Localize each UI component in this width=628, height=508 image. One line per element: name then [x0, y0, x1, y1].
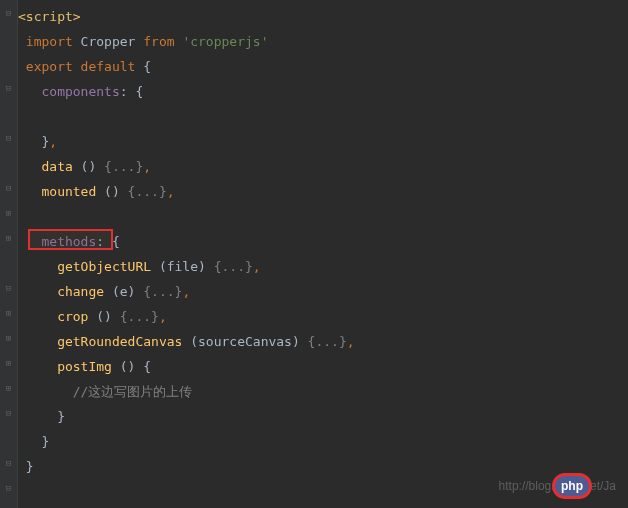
paren: )	[128, 284, 144, 299]
code-line[interactable]: <script>	[18, 4, 628, 29]
fold-icon[interactable]: ⊟	[0, 400, 17, 425]
fold-icon[interactable]: ⊟	[0, 450, 17, 475]
fold-icon[interactable]	[0, 25, 17, 50]
code-line[interactable]: postImg () {	[18, 354, 628, 379]
keyword: export default	[18, 59, 135, 75]
punct: ,	[347, 334, 355, 349]
brace: : {	[120, 84, 143, 99]
code-line[interactable]: change (e) {...},	[18, 279, 628, 304]
punct: ,	[182, 284, 190, 299]
code-line[interactable]	[18, 104, 628, 129]
fold-icon[interactable]	[0, 250, 17, 275]
fold-marker[interactable]: {...}	[104, 159, 143, 175]
fold-marker[interactable]: {...}	[120, 309, 159, 325]
tag: <script>	[18, 9, 81, 24]
code-line[interactable]: </script>	[18, 504, 628, 508]
fold-icon[interactable]: ⊟	[0, 475, 17, 500]
paren: (	[104, 284, 120, 299]
string: 'cropperjs'	[182, 34, 268, 50]
fold-marker[interactable]: {...}	[128, 184, 167, 200]
brace: () {	[112, 359, 151, 374]
fold-icon[interactable]: ⊟	[0, 175, 17, 200]
code-editor: ⊟ ⊟ ⊟ ⊟ ⊞ ⊞ ⊟ ⊞ ⊞ ⊞ ⊞ ⊟ ⊟ ⊟ ⊟ <script> i…	[0, 0, 628, 508]
code-line[interactable]: data () {...},	[18, 154, 628, 179]
code-line[interactable]: }	[18, 429, 628, 454]
fold-icon[interactable]: ⊞	[0, 350, 17, 375]
fold-icon[interactable]	[0, 150, 17, 175]
identifier: Cropper	[73, 34, 143, 49]
fold-icon[interactable]: ⊞	[0, 225, 17, 250]
fold-marker[interactable]: {...}	[214, 259, 253, 275]
punct: ,	[143, 159, 151, 174]
paren: )	[292, 334, 308, 349]
fold-icon[interactable]: ⊞	[0, 375, 17, 400]
punct: ,	[49, 134, 57, 149]
fold-icon[interactable]: ⊟	[0, 275, 17, 300]
paren: ()	[73, 159, 104, 174]
paren: (	[182, 334, 198, 349]
fold-marker[interactable]: {...}	[143, 284, 182, 300]
code-line[interactable]: import Cropper from 'cropperjs'	[18, 29, 628, 54]
fold-icon[interactable]: ⊟	[0, 125, 17, 150]
paren: )	[198, 259, 214, 274]
brace: }	[18, 409, 65, 425]
brace: : {	[96, 234, 119, 249]
paren: ()	[88, 309, 119, 324]
paren: ()	[96, 184, 127, 199]
fold-icon[interactable]	[0, 500, 17, 508]
param: e	[120, 284, 128, 300]
fold-icon[interactable]: ⊞	[0, 300, 17, 325]
code-line[interactable]: getRoundedCanvas (sourceCanvas) {...},	[18, 329, 628, 354]
keyword: from	[143, 34, 182, 49]
method-name: mounted	[18, 184, 96, 199]
fold-icon[interactable]: ⊟	[0, 0, 17, 25]
code-line[interactable]: }	[18, 404, 628, 429]
brace: }	[18, 434, 49, 449]
brace: }	[18, 459, 34, 474]
fold-icon[interactable]	[0, 100, 17, 125]
code-line[interactable]: crop () {...},	[18, 304, 628, 329]
property: components	[18, 84, 120, 99]
fold-icon[interactable]: ⊞	[0, 200, 17, 225]
code-line[interactable]: }	[18, 454, 628, 479]
php-logo: php	[548, 472, 596, 500]
code-line[interactable]: },	[18, 129, 628, 154]
code-line[interactable]: export default {	[18, 54, 628, 79]
punct: ,	[167, 184, 175, 199]
property: methods	[18, 234, 96, 249]
param: file	[167, 259, 198, 275]
method-name: change	[18, 284, 104, 300]
brace: }	[18, 134, 49, 149]
fold-gutter: ⊟ ⊟ ⊟ ⊟ ⊞ ⊞ ⊟ ⊞ ⊞ ⊞ ⊞ ⊟ ⊟ ⊟ ⊟	[0, 0, 18, 508]
brace: {	[135, 59, 151, 74]
fold-icon[interactable]	[0, 50, 17, 75]
code-content[interactable]: <script> import Cropper from 'cropperjs'…	[18, 0, 628, 508]
param: sourceCanvas	[198, 334, 292, 350]
code-line[interactable]: mounted () {...},	[18, 179, 628, 204]
method-name: postImg	[18, 359, 112, 374]
fold-icon[interactable]	[0, 425, 17, 450]
method-name: data	[18, 159, 73, 174]
code-line[interactable]: getObjectURL (file) {...},	[18, 254, 628, 279]
punct: ,	[159, 309, 167, 324]
fold-icon[interactable]: ⊟	[0, 75, 17, 100]
method-name: crop	[18, 309, 88, 324]
fold-icon[interactable]: ⊞	[0, 325, 17, 350]
code-line[interactable]	[18, 204, 628, 229]
method-name: getObjectURL	[18, 259, 151, 275]
code-line[interactable]: components: {	[18, 79, 628, 104]
method-name: getRoundedCanvas	[18, 334, 182, 350]
keyword: import	[18, 34, 73, 49]
paren: (	[151, 259, 167, 274]
punct: ,	[253, 259, 261, 274]
fold-marker[interactable]: {...}	[308, 334, 347, 350]
comment: //这边写图片的上传	[18, 383, 192, 401]
code-line[interactable]: methods: {	[18, 229, 628, 254]
code-line[interactable]: //这边写图片的上传	[18, 379, 628, 404]
